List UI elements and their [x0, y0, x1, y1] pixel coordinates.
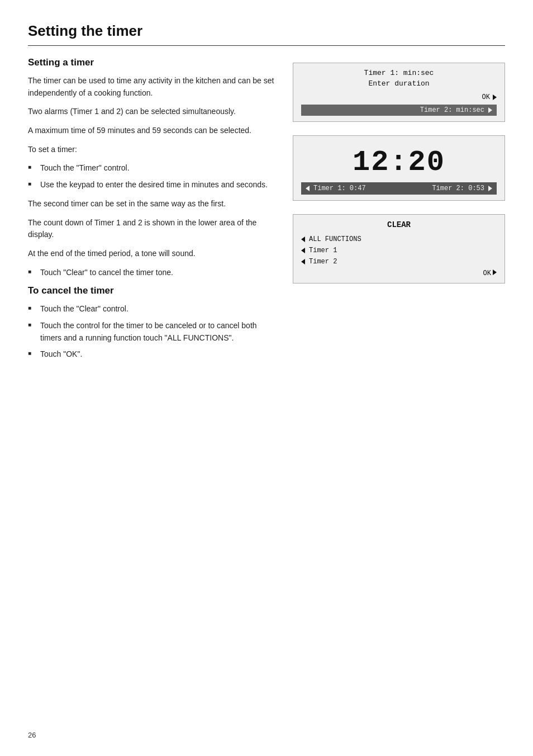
right-column: Timer 1: min:sec Enter duration OK Timer… — [293, 57, 505, 367]
clear-title: CLEAR — [301, 220, 497, 229]
panel1-ok-label: OK — [482, 93, 497, 101]
panel1-ok-row: OK — [301, 93, 497, 101]
clear-ok-row: OK — [301, 270, 497, 277]
page-number: 26 — [28, 731, 36, 739]
para-7: At the end of the timed period, a tone w… — [28, 248, 276, 260]
para-6: The count down of Timer 1 and 2 is shown… — [28, 217, 276, 241]
section2-heading: To cancel the timer — [28, 285, 276, 296]
clear-item-all-functions: ALL FUNCTIONS — [301, 234, 497, 245]
clear-ok-label: OK — [483, 270, 491, 277]
section1-bullets: Touch the "Timer" control. Use the keypa… — [28, 162, 276, 191]
clear-timer1-label: Timer 1 — [309, 247, 337, 254]
timer1-clear-arrow-icon — [301, 248, 305, 253]
para-4: To set a timer: — [28, 144, 276, 156]
para-5: The second timer can be set in the same … — [28, 198, 276, 210]
timer1-arrow-left-icon — [306, 186, 310, 191]
timer2-arrow-right-icon — [488, 107, 492, 113]
section1-heading: Setting a timer — [28, 57, 276, 68]
bullet-1: Touch the "Timer" control. — [28, 162, 276, 174]
panel1-timer1-label: Timer 1: min:sec — [301, 69, 497, 77]
clear-item-timer1: Timer 1 — [301, 245, 497, 256]
clear-item-timer2: Timer 2 — [301, 256, 497, 267]
clear-ok-arrow-icon — [493, 270, 497, 275]
para-2: Two alarms (Timer 1 and 2) can be select… — [28, 106, 276, 118]
bullet-2: Use the keypad to enter the desired time… — [28, 179, 276, 191]
clear-timer2-label: Timer 2 — [309, 258, 337, 266]
panel-timer-entry: Timer 1: min:sec Enter duration OK Timer… — [293, 63, 505, 122]
panel-clear: CLEAR ALL FUNCTIONS Timer 1 Timer 2 OK — [293, 214, 505, 284]
all-functions-arrow-icon — [301, 237, 305, 242]
section2-bullets: Touch the "Clear" control. Touch the con… — [28, 303, 276, 361]
timer2-clock-arrow-right-icon — [488, 186, 492, 191]
cancel-bullet-1: Touch the "Clear" control. — [28, 303, 276, 315]
bullet-3: Touch "Clear" to cancel the timer tone. — [28, 267, 276, 279]
clear-all-functions-label: ALL FUNCTIONS — [309, 235, 361, 243]
page-title: Setting the timer — [28, 22, 505, 46]
panel-clock: 12:20 Timer 1: 0:47 Timer 2: 0:53 — [293, 135, 505, 201]
panel1-enter-duration: Enter duration — [301, 79, 497, 88]
left-column: Setting a timer The timer can be used to… — [28, 57, 276, 367]
timer2-clear-arrow-icon — [301, 259, 305, 264]
para-3: A maximum time of 59 minutes and 59 seco… — [28, 125, 276, 137]
clock-time: 12:20 — [301, 141, 497, 182]
section1-bullet-clear: Touch "Clear" to cancel the timer tone. — [28, 267, 276, 279]
clock-timer1-label: Timer 1: 0:47 — [313, 185, 366, 192]
cancel-bullet-3: Touch "OK". — [28, 348, 276, 361]
clock-timer-row: Timer 1: 0:47 Timer 2: 0:53 — [301, 182, 497, 195]
clock-timer1: Timer 1: 0:47 — [306, 185, 366, 192]
clock-timer2: Timer 2: 0:53 — [432, 185, 492, 192]
ok-arrow-right-icon — [493, 94, 497, 100]
para-1: The timer can be used to time any activi… — [28, 75, 276, 99]
clock-timer2-label: Timer 2: 0:53 — [432, 185, 484, 192]
panel1-timer2-label: Timer 2: min:sec — [301, 105, 497, 116]
cancel-bullet-2: Touch the control for the timer to be ca… — [28, 320, 276, 344]
